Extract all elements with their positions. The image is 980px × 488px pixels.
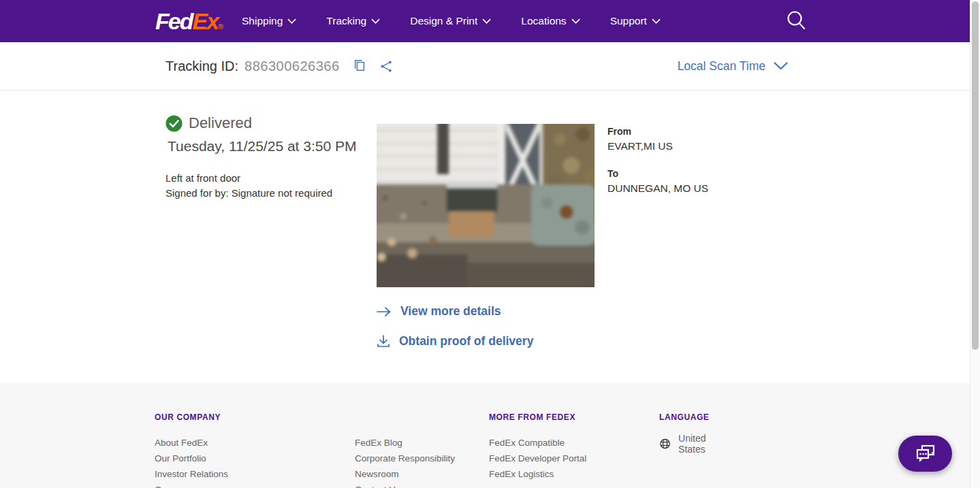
footer-link-about-fedex[interactable]: About FedEx: [155, 435, 228, 451]
logo-fed: Fed: [155, 8, 192, 34]
globe-icon: [659, 434, 671, 453]
share-icon[interactable]: [379, 58, 394, 74]
footer-link-newsroom[interactable]: Newsroom: [355, 466, 455, 482]
footer-link-fedex-compatible[interactable]: FedEx Compatible: [489, 435, 586, 451]
chevron-down-icon: [774, 62, 788, 70]
logo-registered-mark: ®: [218, 22, 223, 31]
footer-link-fedex-developer-portal[interactable]: FedEx Developer Portal: [489, 451, 586, 466]
photo-post: [437, 124, 449, 174]
from-label: From: [607, 126, 785, 137]
footer-heading: OUR COMPANY: [155, 412, 221, 422]
view-more-details-link[interactable]: View more details: [377, 304, 501, 319]
chevron-down-icon: [652, 18, 661, 24]
delivered-check-icon: [165, 115, 183, 132]
main-header: FedEx® Shipping Tracking Design & Print …: [0, 0, 970, 42]
language-selector[interactable]: United States: [659, 433, 713, 455]
delivery-status-block: Delivered Tuesday, 11/25/25 at 3:50 PM L…: [165, 114, 370, 200]
shipment-route: From EVART,MI US To DUNNEGAN, MO US: [607, 126, 785, 195]
search-icon[interactable]: [785, 9, 809, 33]
delivery-datetime: Tuesday, 11/25/25 at 3:50 PM: [165, 138, 370, 154]
photo-planter: [531, 184, 595, 246]
delivery-location-note: Left at front door: [165, 171, 370, 186]
tracking-id-label: Tracking ID:: [165, 59, 238, 74]
scrollbar-thumb[interactable]: [972, 1, 979, 350]
nav-locations[interactable]: Locations: [521, 15, 580, 27]
page-footer: OUR COMPANY About FedEx Our Portfolio In…: [0, 383, 970, 488]
footer-link-our-portfolio[interactable]: Our Portfolio: [155, 451, 228, 466]
chat-bubbles-icon: [913, 444, 938, 464]
page-scrollbar[interactable]: [970, 0, 980, 488]
photo-package-box: [449, 211, 494, 237]
chevron-down-icon: [482, 18, 491, 24]
to-value: DUNNEGAN, MO US: [607, 182, 785, 195]
language-value: United States: [678, 433, 713, 455]
footer-link-corporate-responsibility[interactable]: Corporate Responsibility: [355, 451, 455, 466]
chat-button[interactable]: [898, 436, 952, 472]
tracking-id-value: 886300626366: [244, 59, 339, 74]
copy-icon[interactable]: [352, 58, 367, 74]
nav-support[interactable]: Support: [610, 15, 661, 27]
footer-link-careers[interactable]: Careers: [155, 482, 228, 488]
logo-ex: Ex: [192, 8, 218, 34]
footer-link-contact-us[interactable]: Contact Us: [355, 482, 455, 488]
fedex-logo[interactable]: FedEx®: [155, 10, 223, 37]
nav-design-print[interactable]: Design & Print: [410, 15, 491, 27]
footer-heading: MORE FROM FEDEX: [489, 412, 575, 422]
footer-link-investor-relations[interactable]: Investor Relations: [155, 466, 228, 482]
from-value: EVART,MI US: [607, 140, 785, 152]
chevron-down-icon: [287, 18, 296, 24]
footer-link-fedex-blog[interactable]: FedEx Blog: [355, 435, 455, 451]
chevron-down-icon: [371, 18, 380, 24]
footer-heading: LANGUAGE: [659, 412, 709, 422]
obtain-proof-link[interactable]: Obtain proof of delivery: [377, 334, 533, 348]
nav-tracking[interactable]: Tracking: [326, 15, 380, 27]
status-state: Delivered: [189, 114, 252, 132]
footer-link-fedex-logistics[interactable]: FedEx Logistics: [489, 466, 586, 482]
tracking-id-bar: Tracking ID: 886300626366 Local Scan Tim…: [0, 42, 970, 91]
download-icon: [377, 335, 390, 348]
nav-shipping[interactable]: Shipping: [242, 15, 296, 27]
delivery-photo: [377, 124, 595, 287]
chevron-down-icon: [571, 18, 580, 24]
signed-by-note: Signed for by: Signature not required: [165, 186, 370, 201]
arrow-right-icon: [377, 306, 392, 317]
main-nav: Shipping Tracking Design & Print Locatio…: [242, 0, 661, 42]
fedex-tracking-page: FedEx® Shipping Tracking Design & Print …: [0, 0, 980, 488]
local-scan-time-toggle[interactable]: Local Scan Time: [678, 42, 788, 90]
to-label: To: [607, 168, 785, 179]
photo-package-top: [447, 183, 497, 213]
